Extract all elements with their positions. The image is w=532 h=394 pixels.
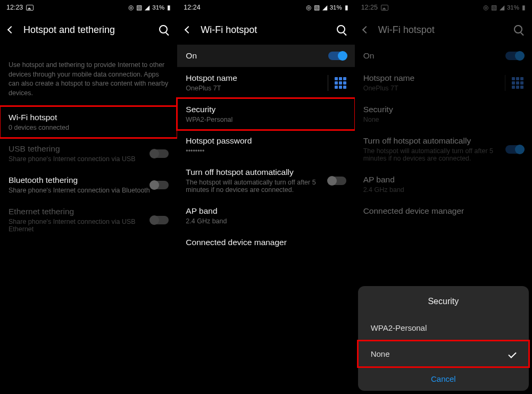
security-sub: WPA2-Personal [186,116,346,123]
option-none[interactable]: None [358,341,529,367]
password-sub: •••••••• [186,147,346,155]
eth-tethering-toggle [151,216,169,224]
eth-tethering-title: Ethernet tethering [9,207,151,216]
ap-band-sub: 2.4 GHz band [363,186,523,194]
usb-tethering-sub: Share phone's Internet connection via US… [9,155,151,163]
bt-tethering-title: Bluetooth tethering [9,175,151,185]
eth-tethering-row: Ethernet tethering Share phone's Interne… [0,200,177,239]
hotspot-on-toggle[interactable] [328,52,346,60]
security-title: Security [186,105,346,114]
back-icon[interactable] [7,26,15,33]
bt-tethering-toggle[interactable] [151,181,169,189]
hotspot-on-row[interactable]: On [355,45,532,67]
ap-band-title: AP band [186,206,346,216]
password-row[interactable]: Hotspot password •••••••• [177,130,354,161]
auto-off-row[interactable]: Turn off hotspot automatically The hotsp… [177,161,354,200]
auto-off-title: Turn off hotspot automatically [363,136,505,146]
bt-tethering-sub: Share phone's Internet connection via Bl… [9,187,151,194]
search-icon[interactable] [159,25,169,35]
auto-off-row[interactable]: Turn off hotspot automatically The hotsp… [355,130,532,169]
hotspot-name-row[interactable]: Hotspot name OnePlus 7T [355,67,532,98]
status-time: 12:23 [6,4,23,11]
hotspot-name-row[interactable]: Hotspot name OnePlus 7T [177,67,354,98]
check-icon [508,350,517,358]
ap-band-row[interactable]: AP band 2.4 GHz band [355,169,532,200]
security-sub: None [363,116,523,123]
search-icon[interactable] [337,25,346,35]
battery-percent: 31% [330,4,342,11]
signal-icon: ◢ [145,4,149,11]
screenshot-icon [381,5,388,11]
status-bar: 12:23 ◎ ▧ ◢ 31% ▮ [0,0,177,15]
connected-devices-row[interactable]: Connected device manager [355,200,532,222]
wifi-hotspot-row[interactable]: Wi-Fi hotspot 0 devices connected [0,106,177,138]
screenshot-icon [26,5,34,11]
divider [505,75,505,91]
connected-devices-title: Connected device manager [186,238,346,247]
header: Wi-Fi hotspot [355,15,532,45]
panel-wifi-hotspot-dialog: 12:25 ◎ ▧ ◢ 31% ▮ Wi-Fi hotspot On Hotsp… [355,0,532,394]
back-icon[interactable] [362,26,370,33]
header: Hotspot and tethering [0,15,177,45]
ap-band-row[interactable]: AP band 2.4 GHz band [177,200,354,231]
status-time: 12:25 [361,4,378,11]
data-icon: ▧ [491,4,497,11]
security-row[interactable]: Security None [355,98,532,130]
auto-off-sub: The hotspot will automatically turn off … [186,179,328,194]
data-icon: ▧ [136,4,142,11]
usb-tethering-row: USB tethering Share phone's Internet con… [0,138,177,169]
eth-tethering-sub: Share phone's Internet connection via US… [9,218,151,233]
auto-off-title: Turn off hotspot automatically [186,167,328,177]
ap-band-sub: 2.4 GHz band [186,217,346,225]
security-dialog: Security WPA2-Personal None Cancel [358,286,529,391]
page-title: Hotspot and tethering [23,24,149,36]
divider [328,75,328,91]
connected-devices-title: Connected device manager [363,206,523,216]
hotspot-name-title: Hotspot name [186,73,327,83]
hotspot-name-sub: OnePlus 7T [363,85,505,92]
auto-off-sub: The hotspot will automatically turn off … [363,147,505,162]
hotspot-on-title: On [186,51,328,61]
wifi-hotspot-title: Wi-Fi hotspot [9,113,169,122]
connected-devices-row[interactable]: Connected device manager [177,231,354,254]
hotspot-name-title: Hotspot name [363,73,505,83]
signal-icon: ◢ [322,4,327,11]
usb-tethering-toggle [151,149,169,158]
option-wpa2-label: WPA2-Personal [371,323,427,332]
data-icon: ▧ [314,4,320,11]
battery-percent: 31% [507,4,519,11]
security-row[interactable]: Security WPA2-Personal [177,98,354,130]
status-time: 12:24 [184,4,200,11]
battery-icon: ▮ [167,4,171,11]
qr-icon[interactable] [335,77,346,89]
panel-wifi-hotspot: 12:24 ◎ ▧ ◢ 31% ▮ Wi-Fi hotspot On Hotsp… [177,0,354,394]
password-title: Hotspot password [186,136,346,146]
page-description: Use hotspot and tethering to provide Int… [0,45,177,106]
security-title: Security [363,105,523,114]
dialog-title: Security [358,297,529,306]
page-title: Wi-Fi hotspot [378,24,504,36]
cancel-button[interactable]: Cancel [358,367,529,389]
wifi-hotspot-sub: 0 devices connected [9,124,169,131]
battery-icon: ▮ [345,4,348,11]
search-icon[interactable] [514,25,523,35]
option-wpa2[interactable]: WPA2-Personal [358,315,529,341]
hotspot-status-icon: ◎ [483,4,488,11]
battery-percent: 31% [152,4,164,11]
page-title: Wi-Fi hotspot [201,24,327,36]
panel-hotspot-tethering: 12:23 ◎ ▧ ◢ 31% ▮ Hotspot and tethering … [0,0,177,394]
qr-icon[interactable] [512,77,523,89]
hotspot-on-toggle[interactable] [505,52,523,60]
hotspot-on-row[interactable]: On [177,45,354,67]
signal-icon: ◢ [500,4,504,11]
usb-tethering-title: USB tethering [9,144,151,154]
auto-off-toggle[interactable] [328,177,346,185]
header: Wi-Fi hotspot [177,15,354,45]
hotspot-name-sub: OnePlus 7T [186,85,327,92]
auto-off-toggle[interactable] [505,145,523,154]
status-bar: 12:25 ◎ ▧ ◢ 31% ▮ [355,0,532,15]
back-icon[interactable] [185,26,192,33]
battery-icon: ▮ [522,4,526,11]
status-bar: 12:24 ◎ ▧ ◢ 31% ▮ [177,0,354,15]
bt-tethering-row[interactable]: Bluetooth tethering Share phone's Intern… [0,169,177,200]
